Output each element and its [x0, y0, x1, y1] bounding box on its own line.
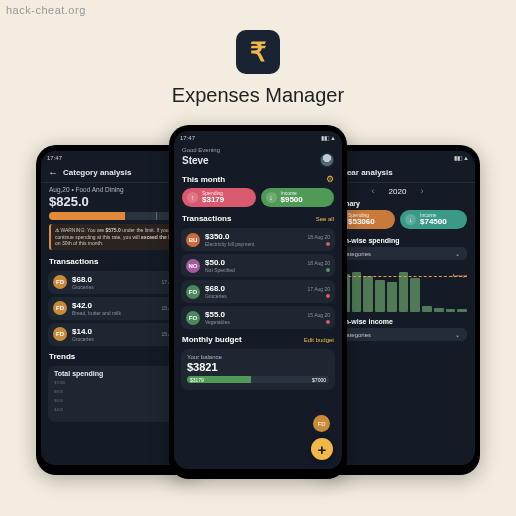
statusbar: 17:47▮◧▲: [174, 131, 342, 144]
category-dropdown[interactable]: All categories⌄: [328, 247, 467, 260]
spending-chart: Average: [328, 262, 467, 312]
status-time: 17:47: [180, 135, 195, 141]
budget-total: $7000: [312, 377, 326, 383]
limit-tick: [156, 212, 157, 220]
transaction-row[interactable]: FO $55.0Vegetables 15 Aug 20: [181, 306, 335, 329]
category-icon: BU: [186, 233, 200, 247]
status-icons: ▮◧▲: [454, 154, 469, 161]
screen-title: Year analysis: [342, 168, 393, 177]
username: Steve: [182, 155, 209, 166]
screen-title: Category analysis: [63, 168, 131, 177]
category-icon: FD: [53, 275, 67, 289]
chart-bar: [352, 272, 362, 312]
income-pill[interactable]: ↓ Income$74500: [400, 210, 467, 229]
transaction-row[interactable]: FD $42.0Bread, butter and milk 15 Aug 20: [48, 297, 189, 320]
avatar[interactable]: [320, 153, 334, 167]
trend-chart: $1000$800$600$400: [54, 380, 183, 418]
type-dot: [326, 320, 330, 324]
chevron-down-icon: ⌄: [455, 331, 460, 338]
header: Good Evening Steve: [174, 144, 342, 171]
edit-budget-link[interactable]: Edit budget: [304, 337, 334, 343]
spending-pill[interactable]: ↑ Spending$3179: [182, 188, 256, 207]
transaction-row[interactable]: FO $68.0Groceries 17 Aug 20: [181, 280, 335, 303]
arrow-down-icon: ↓: [266, 192, 277, 203]
see-all-link[interactable]: See all: [316, 216, 334, 222]
chart-bar: [387, 282, 397, 312]
transactions-label: Transactions: [49, 257, 98, 266]
chart-bar: [446, 309, 456, 312]
chart-bar: [434, 308, 444, 312]
budget-spent: $3179: [190, 377, 204, 383]
y-tick: $600: [54, 398, 63, 403]
budget-card: Your balance $3821 $3179 $7000: [181, 349, 335, 390]
this-month-label: This month: [182, 175, 225, 184]
app-logo: ₹: [236, 30, 280, 74]
type-dot: [326, 268, 330, 272]
status-icons: ▮◧▲: [321, 134, 336, 141]
app-title: Expenses Manager: [0, 84, 516, 107]
year-value: 2020: [389, 187, 407, 196]
fab-category[interactable]: FD: [313, 415, 330, 432]
budget-header: Monthly budget Edit budget: [174, 332, 342, 346]
balance-value: $3821: [187, 361, 329, 373]
y-tick: $400: [54, 407, 63, 412]
warning-card: ⚠ WARNING: You are $575.0 under the limi…: [49, 224, 188, 250]
watermark: hack-cheat.org: [6, 4, 86, 16]
transaction-row[interactable]: NO $50.0Not Specified 18 Aug 20: [181, 254, 335, 277]
month-pills: ↑ Spending$3179 ↓ Income$9500: [174, 186, 342, 211]
category-icon: FD: [53, 301, 67, 315]
trends-subtitle: Total spending: [54, 370, 183, 377]
chart-bar: [399, 272, 409, 312]
warning-text: ⚠ WARNING: You are $575.0 under the limi…: [55, 227, 184, 247]
plus-icon: +: [318, 441, 327, 458]
status-time: 17:47: [47, 155, 62, 161]
type-dot: [326, 294, 330, 298]
limit-bar: [49, 212, 188, 220]
limit-fill: [49, 212, 125, 220]
add-button[interactable]: +: [311, 438, 333, 460]
trends-card: Total spending $1000$800$600$400: [48, 366, 189, 422]
screen-home: 17:47▮◧▲ Good Evening Steve This month ⚙…: [174, 131, 342, 469]
transaction-row[interactable]: BU $350.0Electricity bill payment 18 Aug…: [181, 228, 335, 251]
category-icon: FO: [186, 311, 200, 325]
y-tick: $1000: [54, 380, 65, 385]
budget-label: Monthly budget: [182, 335, 242, 344]
transaction-row[interactable]: FD $14.0Groceries 15 Aug 20: [48, 323, 189, 346]
average-line: [328, 276, 467, 277]
chart-bar: [363, 276, 373, 312]
category-icon: FD: [53, 327, 67, 341]
arrow-up-icon: ↑: [187, 192, 198, 203]
transaction-row[interactable]: FD $68.0Groceries 17 Aug 20: [48, 271, 189, 294]
budget-bar: $3179 $7000: [187, 376, 329, 383]
average-label: Average: [452, 273, 467, 278]
rupee-icon: ₹: [250, 37, 267, 68]
chevron-down-icon: ⌄: [455, 250, 460, 257]
chart-bar: [375, 280, 385, 312]
type-dot: [326, 242, 330, 246]
chart-bar: [422, 306, 432, 312]
phone-center: 17:47▮◧▲ Good Evening Steve This month ⚙…: [169, 125, 347, 479]
gear-icon[interactable]: ⚙: [326, 174, 334, 184]
prev-year-icon[interactable]: ‹: [372, 186, 375, 196]
this-month-header: This month ⚙: [174, 171, 342, 186]
back-icon[interactable]: ←: [48, 167, 58, 178]
next-year-icon[interactable]: ›: [420, 186, 423, 196]
chart-bar: [410, 278, 420, 312]
category-icon: NO: [186, 259, 200, 273]
income-pill[interactable]: ↓ Income$9500: [261, 188, 335, 207]
balance-label: Your balance: [187, 354, 329, 360]
phones-stage: 17:47▮◧▲ ← Category analysis Aug,20 • Fo…: [0, 125, 516, 485]
chart-bar: [457, 309, 467, 312]
transactions-header: Transactions See all: [174, 211, 342, 225]
arrow-down-icon: ↓: [405, 214, 416, 225]
transactions-label: Transactions: [182, 214, 231, 223]
trends-label: Trends: [49, 352, 75, 361]
category-dropdown-2[interactable]: All categories⌄: [328, 328, 467, 341]
y-tick: $800: [54, 389, 63, 394]
category-icon: FO: [186, 285, 200, 299]
